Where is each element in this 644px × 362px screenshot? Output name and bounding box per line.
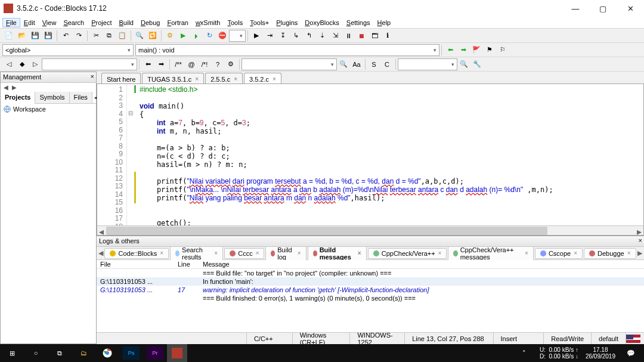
log-tab[interactable]: Build log× [265, 245, 306, 262]
menu-help[interactable]: Help [374, 18, 395, 27]
log-row[interactable]: G:\1103191053 ...17warning: implicit dec… [97, 286, 644, 294]
doxy4-icon[interactable]: ? [212, 59, 223, 70]
menu-search[interactable]: Search [60, 18, 88, 27]
doxy5-icon[interactable]: ⚙ [225, 59, 236, 70]
tab-close-icon[interactable]: × [273, 76, 276, 82]
log-tab[interactable]: Cccc× [224, 248, 264, 259]
menu-debug[interactable]: Debug [137, 18, 163, 27]
window-close-button[interactable]: ✕ [617, 0, 644, 17]
step-out-icon[interactable]: ↰ [304, 30, 314, 41]
mgmt-tab-files[interactable]: Files [70, 92, 92, 103]
bookmark-next-icon[interactable]: ⚐ [497, 45, 508, 55]
menu-build[interactable]: Build [116, 18, 137, 27]
s-icon[interactable]: S [369, 59, 379, 70]
target-combo[interactable]: ▾ [229, 30, 246, 42]
step-into-icon[interactable]: ↳ [290, 30, 301, 41]
menu-tools+[interactable]: Tools+ [246, 18, 273, 27]
start-button[interactable]: ⊞ [0, 344, 24, 362]
logtab-close-icon[interactable]: × [256, 250, 259, 256]
task-view-button[interactable]: ⧉ [48, 344, 72, 362]
fwd-icon[interactable]: ➡ [458, 45, 469, 55]
editor-tab[interactable]: 2.5.5.c× [205, 73, 243, 83]
doxy3-icon[interactable]: /*! [199, 59, 210, 70]
bookmark-toggle-icon[interactable]: ⚑ [484, 45, 495, 55]
menu-doxyblocks[interactable]: DoxyBlocks [301, 18, 342, 27]
mgmt-tab-projects[interactable]: Projects [1, 92, 35, 104]
log-tab[interactable]: CppCheck/Vera++× [368, 248, 447, 259]
redo-icon[interactable]: ↷ [73, 30, 84, 41]
horizontal-scrollbar[interactable]: ◂ ▸ [97, 225, 643, 235]
log-tab[interactable]: Code::Blocks× [104, 248, 169, 259]
log-row[interactable]: === Build file: "no target" in "no proje… [97, 269, 644, 277]
case-icon[interactable]: Aa [351, 59, 362, 70]
window-min-button[interactable]: — [562, 0, 589, 17]
window-max-button[interactable]: ▢ [589, 0, 617, 17]
find-in-files-icon[interactable]: 🔍 [459, 59, 469, 70]
new-file-icon[interactable]: 📄 [4, 30, 14, 41]
log-header-message[interactable]: Message [199, 260, 644, 268]
paste-icon[interactable]: 📋 [117, 30, 128, 41]
mgmt-nav-right[interactable]: ▶ [10, 84, 18, 91]
abort-icon[interactable]: ⛔ [217, 30, 228, 41]
rebuild-icon[interactable]: ↻ [204, 30, 215, 41]
save-all-icon[interactable]: 💾 [43, 30, 54, 41]
settings-icon[interactable]: 🔧 [472, 59, 482, 70]
cut-icon[interactable]: ✂ [91, 30, 101, 41]
log-header-file[interactable]: File [97, 260, 174, 268]
next-instr-icon[interactable]: ⇣ [317, 30, 327, 41]
tray-clock[interactable]: 17.18 26/09/2019 [582, 346, 619, 360]
chrome-icon[interactable] [95, 344, 119, 362]
menu-wxsmith[interactable]: wxSmith [192, 18, 224, 27]
menu-fortran[interactable]: Fortran [163, 18, 191, 27]
info-icon[interactable]: ℹ [382, 30, 393, 41]
tab-close-icon[interactable]: × [234, 76, 237, 82]
next-change-icon[interactable]: ➡ [156, 59, 166, 70]
next-line-icon[interactable]: ↧ [277, 30, 288, 41]
open-file-icon[interactable]: 📂 [17, 30, 27, 41]
logtab-right-icon[interactable]: ▶ [637, 249, 643, 257]
prev-change-icon[interactable]: ⬅ [143, 59, 153, 70]
codeblocks-taskbar-icon[interactable] [167, 344, 187, 362]
replace-icon[interactable]: 🔁 [147, 30, 158, 41]
logtab-close-icon[interactable]: × [438, 250, 442, 256]
explorer-icon[interactable]: 🗂 [72, 344, 95, 362]
mgmt-tab-symbols[interactable]: Symbols [35, 92, 69, 103]
debug-run-icon[interactable]: ▶ [251, 30, 262, 41]
menu-view[interactable]: View [39, 18, 60, 27]
jump-fwd-icon[interactable]: ▷ [30, 59, 41, 70]
menu-edit[interactable]: Edit [20, 18, 39, 27]
log-tab[interactable]: Cscope× [535, 248, 583, 259]
build-icon[interactable]: ⚙ [165, 30, 175, 41]
logs-close-icon[interactable]: × [639, 237, 642, 244]
tab-close-icon[interactable]: × [195, 76, 199, 82]
logtab-close-icon[interactable]: × [160, 250, 163, 256]
log-tab[interactable]: Debugge× [584, 248, 636, 259]
menu-plugins[interactable]: Plugins [273, 18, 301, 27]
back-icon[interactable]: ⬅ [445, 45, 456, 55]
find-icon[interactable]: 🔍 [134, 30, 145, 41]
code-editor[interactable]: 12345678910111213141516171819 ⊟ #include… [97, 83, 644, 236]
editor-tab[interactable]: TUGAS 3.5.1.c× [142, 73, 204, 83]
workspace-node[interactable]: Workspace [3, 105, 94, 113]
function-combo[interactable]: main() : void▾ [135, 44, 439, 56]
tray-notifications-icon[interactable]: 💬 [619, 344, 643, 362]
log-tab[interactable]: Search results× [170, 245, 223, 262]
editor-tab[interactable]: Start here [101, 73, 141, 83]
select-icon[interactable]: ◆ [17, 59, 27, 70]
log-tab[interactable]: Build messages× [308, 245, 367, 262]
c-icon[interactable]: C [382, 59, 392, 70]
build-run-icon[interactable]: ⏵ [191, 30, 202, 41]
doxy-icon[interactable]: /** [173, 59, 184, 70]
search-combo[interactable]: ▾ [242, 58, 337, 70]
log-tab[interactable]: CppCheck/Vera++ messages× [448, 245, 533, 262]
editor-tab[interactable]: 3.5.2.c× [244, 73, 281, 83]
stop-debug-icon[interactable]: ⏹ [356, 30, 367, 41]
mgmt-nav-left[interactable]: ◀ [2, 84, 10, 91]
management-close-icon[interactable]: × [91, 73, 94, 80]
premiere-icon[interactable]: Pr [147, 346, 163, 360]
step-into-instr-icon[interactable]: ⇲ [330, 30, 340, 41]
logtab-close-icon[interactable]: × [214, 250, 218, 256]
logtab-close-icon[interactable]: × [358, 250, 361, 256]
run-icon[interactable]: ▶ [178, 30, 188, 41]
menu-file[interactable]: File [2, 18, 20, 27]
